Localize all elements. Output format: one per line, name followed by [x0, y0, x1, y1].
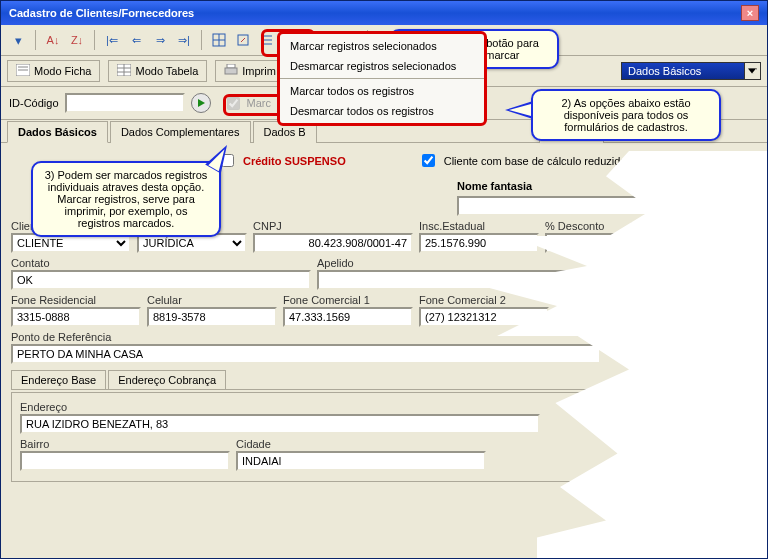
apelido-input[interactable] — [317, 270, 577, 290]
ponto-ref-label: Ponto de Referência — [11, 331, 601, 343]
id-codigo-input[interactable] — [65, 93, 185, 113]
fone-c2-input[interactable] — [419, 307, 549, 327]
go-button[interactable] — [191, 93, 211, 113]
modo-ficha-label: Modo Ficha — [34, 65, 91, 77]
menu-label: Desmarcar registros selecionados — [290, 60, 456, 72]
tab-label: Endereço Base — [21, 374, 96, 386]
titlebar: Cadastro de Clientes/Fornecedores × — [1, 1, 767, 25]
tab-endereco-cobranca[interactable]: Endereço Cobrança — [108, 370, 226, 389]
tab-label: Dados Complementares — [121, 126, 240, 138]
apelido-label: Apelido — [317, 257, 577, 269]
f-label: F — [555, 294, 605, 306]
desconto-label: % Desconto — [545, 220, 625, 232]
f-input[interactable] — [555, 307, 605, 327]
last-record-icon[interactable]: ⇒| — [173, 29, 195, 51]
menu-label: Marcar registros selecionados — [290, 40, 437, 52]
svg-marker-19 — [198, 99, 205, 107]
credito-suspenso-chk[interactable]: Crédito SUSPENSO — [217, 151, 346, 170]
contato-label: Contato — [11, 257, 311, 269]
svg-rect-18 — [225, 68, 237, 74]
cnpj-input[interactable] — [253, 233, 413, 253]
menu-desmarcar-selecionados[interactable]: Desmarcar registros selecionados — [280, 56, 484, 76]
fone-c1-input[interactable] — [283, 307, 413, 327]
menu-desmarcar-todos[interactable]: Desmarcar todos os registros — [280, 101, 484, 121]
filter-icon[interactable]: ▾ — [7, 29, 29, 51]
section-combo-label: Dados Básicos — [628, 65, 701, 77]
export-icon[interactable] — [232, 29, 254, 51]
marcar-checkbox[interactable] — [227, 97, 240, 110]
insc-estadual-input[interactable] — [419, 233, 539, 253]
cidade-input[interactable] — [236, 451, 486, 471]
tab-label: Dados B — [264, 126, 306, 138]
endereco-label: Endereço — [20, 401, 540, 413]
insc-estadual-label: Insc.Estadual — [419, 220, 539, 232]
next-record-icon[interactable]: ⇒ — [149, 29, 171, 51]
menu-marcar-todos[interactable]: Marcar todos os registros — [280, 81, 484, 101]
marcar-label: Marc — [247, 97, 271, 109]
limite-input[interactable] — [631, 233, 691, 253]
fone-c2-label: Fone Comercial 2 — [419, 294, 549, 306]
tab-label: Endereço Cobrança — [118, 374, 216, 386]
annotation-callout-3: 3) Podem ser marcados registros individu… — [31, 161, 221, 237]
address-tabs: Endereço Base Endereço Cobrança — [11, 370, 757, 390]
table-icon — [117, 64, 131, 78]
celular-input[interactable] — [147, 307, 277, 327]
callout-text: 3) Podem ser marcados registros individu… — [45, 169, 208, 229]
tab-dados-complementares[interactable]: Dados Complementares — [110, 121, 251, 143]
first-record-icon[interactable]: |⇐ — [101, 29, 123, 51]
mark-dropdown-menu: Marcar registros selecionados Desmarcar … — [277, 31, 487, 126]
printer-icon — [224, 64, 238, 78]
fone-res-label: Fone Residencial — [11, 294, 141, 306]
nome-fantasia-input[interactable] — [457, 196, 717, 216]
card-icon — [16, 64, 30, 78]
sort-asc-icon[interactable]: A↓ — [42, 29, 64, 51]
contato-input[interactable] — [11, 270, 311, 290]
prev-record-icon[interactable]: ⇐ — [125, 29, 147, 51]
ponto-ref-input[interactable] — [11, 344, 601, 364]
menu-marcar-selecionados[interactable]: Marcar registros selecionados — [280, 36, 484, 56]
svg-rect-17 — [227, 64, 235, 68]
close-icon[interactable]: × — [741, 5, 759, 21]
nome-fantasia-label: Nome fantasia — [457, 180, 532, 192]
id-codigo-label: ID-Código — [9, 97, 59, 109]
imprimir-button[interactable]: Imprim — [215, 60, 285, 82]
celular-label: Celular — [147, 294, 277, 306]
modo-tabela-label: Modo Tabela — [135, 65, 198, 77]
modo-tabela-button[interactable]: Modo Tabela — [108, 60, 207, 82]
desconto-input[interactable] — [545, 233, 625, 253]
fone-res-input[interactable] — [11, 307, 141, 327]
base-reduzida-label: Cliente com base de cálculo reduzida — [444, 155, 627, 167]
cidade-label: Cidade — [236, 438, 486, 450]
bairro-input[interactable] — [20, 451, 230, 471]
imprimir-label: Imprim — [242, 65, 276, 77]
menu-label: Marcar todos os registros — [290, 85, 414, 97]
sort-desc-icon[interactable]: Z↓ — [66, 29, 88, 51]
list-icon[interactable] — [256, 29, 278, 51]
bairro-label: Bairro — [20, 438, 230, 450]
credito-suspenso-label: Crédito SUSPENSO — [243, 155, 346, 167]
fone-c1-label: Fone Comercial 1 — [283, 294, 413, 306]
section-combo[interactable]: Dados Básicos — [621, 62, 761, 80]
chevron-down-icon — [744, 63, 760, 79]
endereco-input[interactable] — [20, 414, 540, 434]
tab-label: Dados Básicos — [18, 126, 97, 138]
annotation-callout-2: 2) As opções abaixo estão disponíveis pa… — [531, 89, 721, 141]
cnpj-label: CNPJ — [253, 220, 413, 232]
tab-dados-basicos[interactable]: Dados Básicos — [7, 121, 108, 143]
limite-label: Limite c — [631, 220, 691, 232]
address-fieldset: Endereço Bairro Cidade — [11, 392, 757, 482]
callout-text: 2) As opções abaixo estão disponíveis pa… — [561, 97, 690, 133]
grid-icon[interactable] — [208, 29, 230, 51]
base-reduzida-chk[interactable]: Cliente com base de cálculo reduzida — [418, 151, 627, 170]
tab-endereco-base[interactable]: Endereço Base — [11, 370, 106, 389]
modo-ficha-button[interactable]: Modo Ficha — [7, 60, 100, 82]
window-title: Cadastro de Clientes/Fornecedores — [9, 7, 194, 19]
menu-label: Desmarcar todos os registros — [290, 105, 434, 117]
